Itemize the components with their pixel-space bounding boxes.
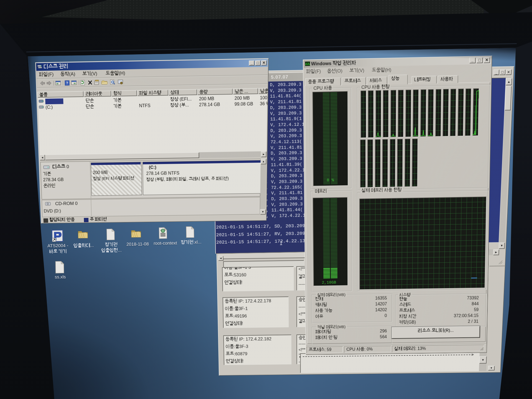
svg-text:?: ?: [66, 81, 68, 85]
